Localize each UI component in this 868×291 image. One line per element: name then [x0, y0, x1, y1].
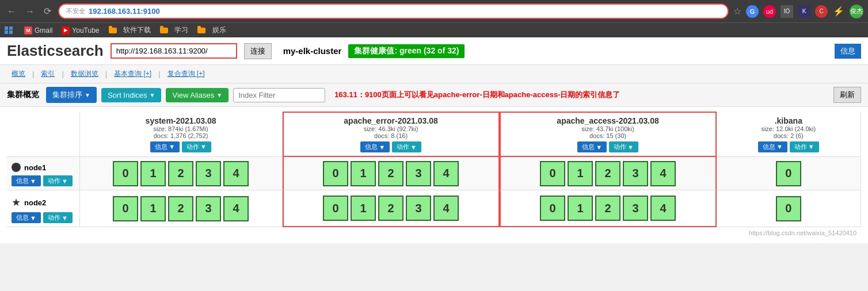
bookmark-star-icon[interactable]: ☆ — [733, 6, 741, 17]
bookmark-apps[interactable] — [5, 26, 15, 35]
shard-box[interactable]: 0 — [113, 161, 138, 186]
node2-info-label: 信息 — [16, 213, 29, 222]
tab-overview[interactable]: 概览 — [7, 67, 30, 81]
system-action-button[interactable]: 动作 ▼ — [182, 141, 211, 152]
cluster-sort-label: 集群排序 — [52, 90, 82, 100]
cluster-sort-button[interactable]: 集群排序 ▼ — [46, 87, 97, 103]
shard-box[interactable]: 3 — [623, 196, 648, 221]
node2-info-button[interactable]: 信息 ▼ — [12, 212, 41, 223]
index-filter-input[interactable] — [233, 88, 325, 102]
shard-box[interactable]: 2 — [378, 196, 403, 221]
shard-box[interactable]: 0 — [323, 161, 348, 186]
kibana-info-label: 信息 — [763, 143, 775, 151]
node1-dot-icon — [12, 163, 21, 172]
shard-box[interactable]: 2 — [378, 161, 403, 186]
security-icon: 不安全 — [66, 7, 85, 16]
bookmark-study[interactable]: 学习 — [160, 25, 188, 35]
back-button[interactable]: ← — [5, 5, 18, 18]
error-info-button[interactable]: 信息 ▼ — [360, 141, 390, 152]
shard-box[interactable]: 0 — [540, 161, 565, 186]
extensions-icon[interactable]: ⚡ — [832, 5, 845, 18]
connect-button[interactable]: 连接 — [244, 43, 272, 59]
address-highlight: 192.168.163.11:9100 — [89, 7, 160, 16]
tab-complex-query[interactable]: 复合查询 [+] — [163, 67, 210, 81]
info-top-button[interactable]: 信息 — [835, 44, 861, 59]
shard-box[interactable]: 4 — [223, 196, 249, 221]
node2-info-caret: ▼ — [30, 215, 36, 221]
gmail-icon: M — [24, 26, 32, 35]
shard-box[interactable]: 3 — [196, 196, 221, 221]
app-header: Elasticsearch 连接 my-elk-cluster 集群健康值: g… — [0, 37, 868, 65]
bookmark-youtube[interactable]: ▶ YouTube — [62, 26, 99, 35]
system-info-button[interactable]: 信息 ▼ — [150, 141, 180, 152]
bookmark-software-label: 软件下载 — [123, 25, 151, 35]
shard-box[interactable]: 0 — [323, 196, 348, 221]
extension-icon3[interactable]: C — [815, 5, 828, 18]
reload-button[interactable]: ⟳ — [41, 5, 54, 18]
shard-box[interactable]: 1 — [140, 161, 166, 186]
es-url-input[interactable] — [111, 43, 237, 59]
shard-box[interactable]: 1 — [568, 161, 593, 186]
browser-chrome: ← → ⟳ 不安全 192.168.163.11:9100 ☆ G ud IO … — [0, 0, 868, 22]
tab-index[interactable]: 索引 — [36, 67, 59, 81]
shard-box[interactable]: 3 — [406, 196, 431, 221]
shard-box[interactable]: 0 — [113, 196, 138, 221]
shard-box[interactable]: 3 — [623, 161, 648, 186]
node2-access-shards: 0 1 2 3 4 — [500, 190, 717, 227]
sort-indices-button[interactable]: Sort Indices ▼ — [101, 88, 162, 102]
youtube-icon: ▶ — [62, 26, 70, 35]
user-avatar[interactable]: 俊杰 — [850, 5, 863, 18]
extension-icon2[interactable]: K — [798, 5, 810, 18]
node1-access-shard-boxes: 0 1 2 3 4 — [505, 161, 711, 186]
shard-box[interactable]: 1 — [351, 161, 376, 186]
profile-icon-ud[interactable]: ud — [763, 5, 776, 18]
view-aliases-button[interactable]: View Aliases ▼ — [166, 88, 229, 102]
extension-icon1[interactable]: IO — [781, 5, 793, 18]
forward-button[interactable]: → — [23, 5, 37, 18]
node1-info-label: 信息 — [16, 177, 29, 185]
address-bar[interactable]: 不安全 192.168.163.11:9100 — [58, 3, 729, 19]
kibana-action-button[interactable]: 动作 ▼ — [790, 141, 819, 152]
shard-box[interactable]: 0 — [540, 196, 565, 221]
shard-box[interactable]: 0 — [776, 196, 801, 221]
shard-box[interactable]: 2 — [595, 196, 620, 221]
cluster-name: my-elk-cluster — [283, 46, 342, 56]
tab-data-browse[interactable]: 数据浏览 — [66, 67, 103, 81]
node1-info-button[interactable]: 信息 ▼ — [12, 175, 41, 186]
node2-action-button[interactable]: 动作 ▼ — [43, 212, 73, 223]
cluster-table: system-2021.03.08 size: 874ki (1.67Mi) d… — [7, 112, 861, 227]
shard-box[interactable]: 4 — [433, 161, 459, 186]
shard-box[interactable]: 3 — [406, 161, 431, 186]
refresh-button[interactable]: 刷新 — [833, 87, 861, 103]
index-kibana-header: .kibana size: 12.0ki (24.0ki) docs: 2 (6… — [717, 112, 861, 157]
shard-box[interactable]: 4 — [223, 161, 249, 186]
shard-box[interactable]: 0 — [776, 161, 801, 186]
bookmark-gmail[interactable]: M Gmail — [24, 26, 52, 35]
shard-box[interactable]: 4 — [433, 196, 459, 221]
error-action-button[interactable]: 动作 ▼ — [392, 141, 421, 152]
google-account-icon[interactable]: G — [746, 5, 759, 18]
health-badge: 集群健康值: green (32 of 32) — [348, 44, 465, 58]
node2-system-shard-boxes: 0 1 2 3 4 — [85, 196, 277, 221]
footer-link[interactable]: https://blog.csdn.net/waixia_51420410 — [7, 227, 861, 239]
access-action-button[interactable]: 动作 ▼ — [609, 141, 638, 152]
bookmark-software[interactable]: 软件下载 — [109, 25, 151, 35]
shard-box[interactable]: 2 — [168, 161, 193, 186]
shard-box[interactable]: 1 — [140, 196, 166, 221]
bookmark-entertainment[interactable]: 娱乐 — [197, 25, 226, 35]
annotation-text: 163.11：9100页面上可以看见apache-error-日期和apache… — [334, 90, 829, 100]
node1-action-button[interactable]: 动作 ▼ — [43, 175, 73, 186]
nav-tabs: 概览 | 索引 | 数据浏览 | 基本查询 [+] | 复合查询 [+] — [0, 65, 868, 83]
kibana-info-button[interactable]: 信息 ▼ — [758, 141, 787, 152]
tab-basic-query[interactable]: 基本查询 [+] — [109, 67, 156, 81]
shard-box[interactable]: 1 — [351, 196, 376, 221]
shard-box[interactable]: 4 — [650, 196, 676, 221]
shard-box[interactable]: 3 — [196, 161, 221, 186]
shard-box[interactable]: 1 — [568, 196, 593, 221]
bookmark-entertainment-label: 娱乐 — [212, 25, 226, 35]
shard-box[interactable]: 2 — [168, 196, 193, 221]
index-error-docs: docs: 8 (16) — [288, 132, 494, 139]
access-info-button[interactable]: 信息 ▼ — [577, 141, 607, 152]
shard-box[interactable]: 2 — [595, 161, 620, 186]
shard-box[interactable]: 4 — [650, 161, 676, 186]
